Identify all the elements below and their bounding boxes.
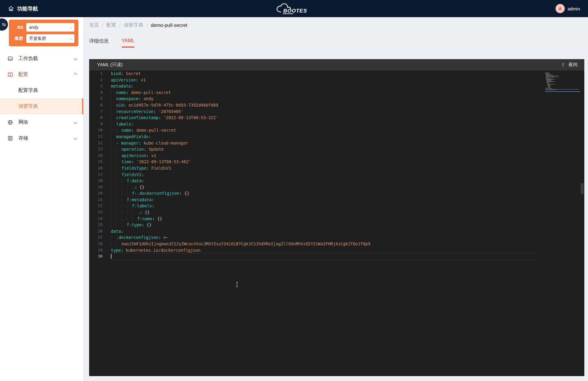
cluster-select[interactable]: 开发集群: [26, 34, 74, 43]
config-icon: [7, 71, 13, 77]
code-line-17: 17 fieldsV1:: [89, 172, 584, 178]
tab-yaml[interactable]: YAML: [122, 38, 134, 47]
user-name: admin: [567, 6, 580, 11]
app-header: 功能导航 BOOTES A admin: [0, 0, 588, 17]
line-number: 28: [89, 241, 103, 247]
line-number: 20: [89, 190, 103, 197]
night-mode-toggle[interactable]: ☾ 夜间: [562, 62, 578, 68]
storage-icon: [7, 135, 13, 141]
tab-详细信息[interactable]: 详细信息: [89, 38, 109, 48]
code-line-20: 20 f:.dockerconfigjson: {}: [89, 190, 584, 197]
cluster-select-value: 开发集群: [29, 36, 46, 41]
code-line-1: 1kind: Secret: [89, 70, 584, 77]
moon-icon: ☾: [562, 62, 566, 67]
breadcrumb-separator: /: [146, 23, 148, 28]
sidebar-menu: 工作负载配置配置字典保密字典网络存储: [0, 51, 83, 146]
code-area[interactable]: 1kind: Secret2apiVersion: v13metadata:4 …: [89, 70, 584, 376]
sidebar-item-storage[interactable]: 存储: [0, 130, 83, 146]
line-number: 21: [89, 197, 103, 203]
code-line-27: 27 .dockerconfigjson: >-: [89, 234, 584, 241]
code-line-5: 5 namespace: andy: [89, 96, 584, 102]
home-icon: [8, 6, 14, 12]
sidebar: ⇆ NS andy 集群 开发集群 工作负载配置配置字典保密字典网络存储: [0, 17, 83, 381]
chevron-down-icon: [70, 25, 73, 28]
line-number: 23: [89, 209, 103, 216]
breadcrumb-item[interactable]: 首页: [89, 22, 99, 28]
code-line-26: 26data:: [89, 228, 584, 235]
line-number: 27: [89, 234, 103, 241]
breadcrumb: 首页/配置/保密字典/demo-pull-secret: [83, 17, 588, 34]
sidebar-item-label: 存储: [18, 135, 28, 141]
line-number: 18: [89, 178, 103, 184]
text-cursor-pointer: [235, 282, 239, 287]
sidebar-item-config-dict[interactable]: 配置字典: [0, 82, 83, 98]
sidebar-item-secret-dict[interactable]: 保密字典: [0, 98, 83, 114]
chevron-down-icon: [74, 136, 77, 140]
breadcrumb-separator: /: [119, 23, 120, 28]
sidebar-item-label: 配置: [18, 71, 28, 78]
line-number: 16: [89, 165, 103, 172]
code-line-24: 24 f:name: {}: [89, 216, 584, 222]
code-line-10: 10 name: demo-pull-secret: [89, 127, 584, 134]
breadcrumb-item: demo-pull-secret: [151, 23, 187, 28]
line-number: 19: [89, 184, 103, 190]
sidebar-item-config[interactable]: 配置: [0, 66, 83, 82]
line-number: 9: [89, 121, 103, 127]
breadcrumb-item[interactable]: 保密字典: [124, 22, 143, 28]
sidebar-item-label: 工作负载: [18, 55, 38, 62]
tab-bar: 详细信息YAML: [83, 34, 588, 50]
text-caret: [111, 254, 111, 259]
network-icon: [7, 119, 13, 125]
brand-logo: BOOTES: [274, 0, 314, 17]
sidebar-collapse-button[interactable]: ⇆: [0, 18, 8, 31]
line-number: 8: [89, 115, 103, 121]
namespace-panel: NS andy 集群 开发集群: [9, 20, 78, 46]
code-line-29: 29type: kubernetes.io/dockerconfigjson: [89, 247, 584, 254]
code-line-15: 15 time: '2022-09-13T08:53:46Z': [89, 159, 584, 165]
code-line-25: 25 f:type: {}: [89, 222, 584, 228]
line-number: 6: [89, 102, 103, 108]
line-number: 12: [89, 140, 103, 146]
sidebar-item-workloads[interactable]: 工作负载: [0, 51, 83, 66]
code-line-22: 22 f:labels:: [89, 203, 584, 209]
code-line-28: 28 ewoJImF1dGhzIjogewoJCSJyZWcucnVuc3RhY…: [89, 241, 584, 247]
svg-text:BOOTES: BOOTES: [283, 8, 307, 14]
line-number: 1: [89, 70, 103, 77]
chevron-down-icon: [70, 37, 73, 40]
code-line-4: 4 name: demo-pull-secret: [89, 89, 584, 96]
breadcrumb-separator: /: [102, 23, 103, 28]
main-content: 首页/配置/保密字典/demo-pull-secret 详细信息YAML YAM…: [83, 17, 588, 381]
ns-label: NS: [13, 25, 23, 30]
editor-scrollbar-thumb[interactable]: [581, 183, 584, 194]
code-line-9: 9 labels:: [89, 121, 584, 127]
sidebar-item-label: 配置字典: [18, 87, 38, 94]
code-line-2: 2apiVersion: v1: [89, 77, 584, 83]
chevron-down-icon: [74, 120, 77, 124]
code-line-11: 11 managedFields:: [89, 134, 584, 140]
code-line-23: 23 .: {}: [89, 209, 584, 216]
line-number: 30: [89, 253, 103, 260]
minimap[interactable]: [545, 73, 580, 92]
editor-title: YAML (只读): [97, 62, 123, 68]
namespace-select[interactable]: andy: [26, 23, 74, 32]
cluster-label: 集群: [13, 36, 23, 41]
line-number: 25: [89, 222, 103, 228]
line-number: 24: [89, 216, 103, 222]
user-menu[interactable]: A admin: [556, 4, 580, 13]
line-number: 15: [89, 159, 103, 165]
line-number: 14: [89, 153, 103, 159]
code-line-21: 21 f:metadata:: [89, 197, 584, 203]
line-number: 2: [89, 77, 103, 83]
line-number: 26: [89, 228, 103, 235]
minimap-current-line-marker: [545, 91, 580, 92]
line-number: 7: [89, 108, 103, 115]
code-line-14: 14 apiVersion: v1: [89, 153, 584, 159]
nav-home[interactable]: 功能导航: [8, 5, 38, 12]
code-line-6: 6 uid: ec1d457e-5d76-475c-b693-7392d4bbf…: [89, 102, 584, 108]
code-line-12: 12 - manager: kube-cloud-manager: [89, 140, 584, 146]
breadcrumb-item[interactable]: 配置: [106, 22, 116, 28]
line-number: 11: [89, 134, 103, 140]
sidebar-item-network[interactable]: 网络: [0, 114, 83, 130]
sidebar-item-label: 网络: [18, 119, 28, 126]
chevron-down-icon: [74, 57, 77, 60]
